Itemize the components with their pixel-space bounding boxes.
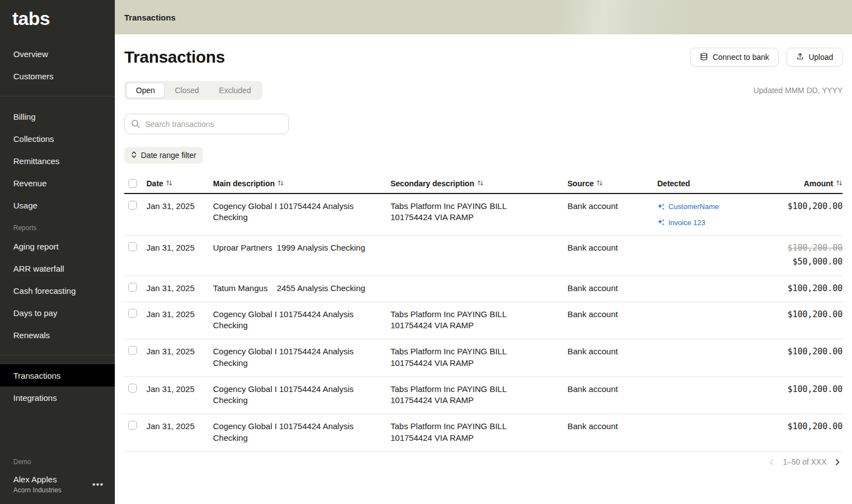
upload-label: Upload [809,53,833,62]
sidebar-item-transactions[interactable]: Transactions [0,364,115,386]
connect-to-bank-label: Connect to bank [713,53,769,62]
cell-main-description: Cogency Global I 101754424 Analysis Chec… [213,194,390,231]
table-row[interactable]: Jan 31, 2025Cogency Global I 101754424 A… [124,194,843,236]
table-row[interactable]: Jan 31, 2025Cogency Global I 101754424 A… [124,414,843,452]
prev-page-button chevron-left-icon[interactable] [767,457,777,467]
sidebar-item-arr-waterfall[interactable]: ARR waterfall [0,257,115,279]
sparkles-icon [657,218,665,226]
cell-date: Jan 31, 2025 [146,302,213,328]
detected-link-invoice-123[interactable]: Invoice 123 [657,218,733,228]
tab-closed[interactable]: Closed [165,83,209,98]
sidebar-divider [0,96,115,96]
sidebar-item-revenue[interactable]: Revenue [0,172,115,194]
cell-main-description: Cogency Global I 101754424 Analysis Chec… [213,339,390,376]
demo-label: Demo [13,458,106,466]
sidebar-item-overview[interactable]: Overview [0,43,115,65]
cell-detected [657,302,738,318]
tab-open[interactable]: Open [126,83,165,98]
amount-value: $100,200.00 [788,421,843,431]
date-range-filter-button[interactable]: Date range filter [124,147,203,164]
table-row[interactable]: Jan 31, 2025Cogency Global I 101754424 A… [124,302,843,340]
cell-source: Bank account [567,194,657,220]
column-header-detected: Detected [657,179,738,188]
row-checkbox[interactable] [128,346,137,355]
sidebar-footer: Demo Alex Apples Acorn Industries ••• [0,458,115,494]
cell-detected [657,339,738,355]
transactions-table: DateMain descriptionSecondary descriptio… [124,179,843,452]
cell-source: Bank account [567,276,657,302]
table-row[interactable]: Jan 31, 2025Tatum Mangus 2455 Analysis C… [124,276,843,302]
upload-button[interactable]: Upload [787,48,843,67]
bank-layers-icon [699,52,708,63]
select-all-checkbox[interactable] [128,179,137,188]
row-checkbox[interactable] [128,242,137,251]
row-checkbox[interactable] [128,421,137,430]
cell-amount: $100,200.00 [738,414,843,440]
app-root: tabs OverviewCustomersBillingCollections… [0,0,852,504]
row-checkbox[interactable] [128,201,137,210]
column-header-main-description[interactable]: Main description [213,179,390,188]
cell-amount: $100,200.00 [738,339,843,365]
cell-source: Bank account [567,236,657,261]
cell-date: Jan 31, 2025 [146,339,213,365]
cell-detected [657,377,738,393]
upload-icon [796,52,804,62]
table-body: Jan 31, 2025Cogency Global I 101754424 A… [124,194,843,452]
cell-detected [657,414,738,430]
cell-amount: $100,200.00 [738,194,843,220]
cell-main-description: Cogency Global I 101754424 Analysis Chec… [213,377,390,414]
table-header-row: DateMain descriptionSecondary descriptio… [124,179,843,194]
status-tabs: OpenClosedExcluded [124,81,262,100]
cell-source: Bank account [567,302,657,328]
cell-detected [657,276,738,292]
date-range-filter-label: Date range filter [141,151,196,160]
next-page-button chevron-right-icon[interactable] [832,457,843,467]
cell-source: Bank account [567,339,657,365]
row-checkbox[interactable] [128,283,137,292]
sidebar-item-renewals[interactable]: Renewals [0,324,115,346]
search-input[interactable] [124,114,289,134]
sidebar-item-days-to-pay[interactable]: Days to pay [0,302,115,324]
sidebar-divider [0,355,115,355]
user-menu-ellipsis-icon[interactable]: ••• [90,477,106,491]
sidebar-item-usage[interactable]: Usage [0,194,115,216]
row-checkbox[interactable] [128,384,137,393]
column-header-source[interactable]: Source [567,179,657,188]
row-checkbox[interactable] [128,309,137,318]
column-header-date[interactable]: Date [146,179,213,188]
sidebar-item-aging-report[interactable]: Aging report [0,235,115,257]
pagination-label: 1–50 of XXX [783,457,826,466]
cell-date: Jan 31, 2025 [146,414,213,440]
sort-icon [836,179,843,188]
original-amount: $100,200.00 [738,242,843,253]
breadcrumb: Transactions [124,13,176,22]
column-header-secondary-description[interactable]: Secondary description [390,179,567,188]
cell-main-description: Uproar Partners 1999 Analysis Checking [213,236,390,261]
column-header-amount[interactable]: Amount [738,179,843,188]
sidebar-item-collections[interactable]: Collections [0,128,115,150]
sidebar-nav: OverviewCustomersBillingCollectionsRemit… [0,43,115,409]
sidebar-item-cash-forecasting[interactable]: Cash forecasting [0,279,115,302]
amount-value: $100,200.00 [788,347,843,357]
sidebar-item-remittances[interactable]: Remittances [0,150,115,172]
user-name: Alex Apples [13,475,62,484]
cell-date: Jan 31, 2025 [146,194,213,220]
user-info: Alex Apples Acorn Industries [13,475,62,494]
tab-excluded[interactable]: Excluded [209,83,261,98]
amount-value: $100,200.00 [788,384,843,394]
cell-secondary-description: Tabs Platform Inc PAYING BILL 101754424 … [390,339,567,376]
sidebar-item-customers[interactable]: Customers [0,65,115,87]
cell-date: Jan 31, 2025 [146,236,213,261]
sidebar: tabs OverviewCustomersBillingCollections… [0,0,115,504]
main-area: Transactions Transactions Connect [115,0,852,504]
detected-link-customername[interactable]: CustomerName [657,202,733,212]
sidebar-item-integrations[interactable]: Integrations [0,386,115,409]
cell-main-description: Tatum Mangus 2455 Analysis Checking [213,276,390,302]
sparkles-icon [657,203,665,211]
table-row[interactable]: Jan 31, 2025Uproar Partners 1999 Analysi… [124,236,843,276]
table-row[interactable]: Jan 31, 2025Cogency Global I 101754424 A… [124,377,843,415]
cell-secondary-description: Tabs Platform Inc PAYING BILL 101754424 … [390,194,567,231]
sidebar-item-billing[interactable]: Billing [0,105,115,128]
table-row[interactable]: Jan 31, 2025Cogency Global I 101754424 A… [124,339,843,377]
connect-to-bank-button[interactable]: Connect to bank [690,48,779,67]
